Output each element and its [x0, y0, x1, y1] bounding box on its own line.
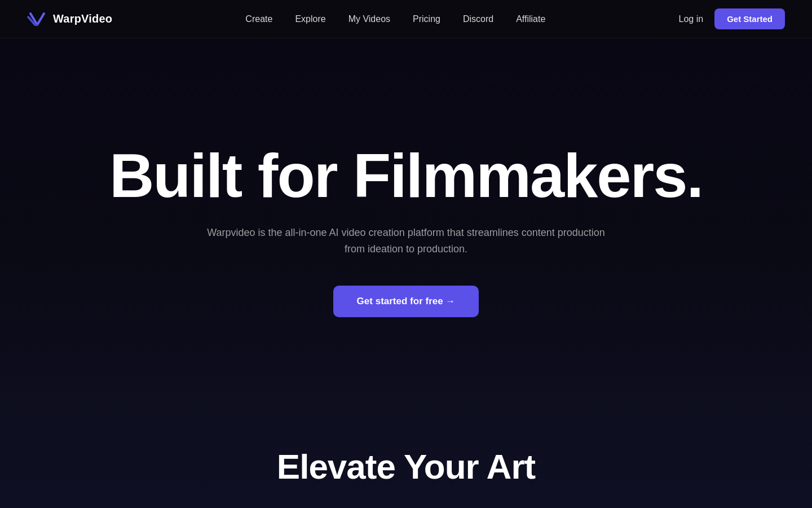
logo-icon — [27, 9, 47, 29]
nav-link-explore[interactable]: Explore — [295, 14, 325, 24]
brand-name: WarpVideo — [53, 12, 112, 25]
hero-title: Built for Filmmakers. — [109, 144, 703, 207]
bottom-section: Elevate Your Art — [0, 423, 812, 508]
logo-area: WarpVideo — [27, 9, 112, 29]
hero-cta-button[interactable]: Get started for free → — [333, 286, 479, 317]
nav-link-create[interactable]: Create — [245, 14, 272, 24]
login-button[interactable]: Log in — [679, 14, 704, 24]
get-started-nav-button[interactable]: Get Started — [714, 8, 785, 29]
nav-link-my-videos[interactable]: My Videos — [348, 14, 390, 24]
navbar: WarpVideo Create Explore My Videos Prici… — [0, 0, 812, 38]
bottom-title: Elevate Your Art — [277, 446, 535, 487]
nav-link-pricing[interactable]: Pricing — [413, 14, 440, 24]
hero-section: Built for Filmmakers. Warpvideo is the a… — [0, 0, 812, 423]
nav-link-affiliate[interactable]: Affiliate — [516, 14, 545, 24]
nav-links: Create Explore My Videos Pricing Discord… — [245, 14, 545, 24]
hero-subtitle: Warpvideo is the all-in-one AI video cre… — [203, 225, 609, 257]
nav-actions: Log in Get Started — [679, 8, 785, 29]
nav-link-discord[interactable]: Discord — [463, 14, 493, 24]
